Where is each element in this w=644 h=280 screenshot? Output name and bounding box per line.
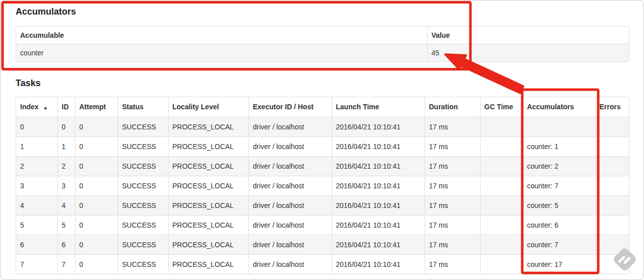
cell-executor: driver / localhost (249, 157, 332, 176)
cell-locality: PROCESS_LOCAL (168, 117, 249, 137)
col-header-attempt[interactable]: Attempt (75, 97, 118, 117)
cell-locality: PROCESS_LOCAL (168, 255, 249, 274)
cell-locality: PROCESS_LOCAL (168, 157, 249, 176)
cell-executor: driver / localhost (249, 216, 332, 235)
cell-gc-time (480, 117, 523, 137)
cell-accumulators: counter: 7 (523, 176, 595, 196)
cell-accumulators: counter: 17 (523, 255, 595, 274)
sort-ascending-icon: ▲ (43, 105, 48, 110)
tasks-section-title: Tasks (16, 78, 629, 89)
cell-value: 45 (427, 44, 629, 62)
cell-gc-time (480, 137, 523, 157)
col-header-status[interactable]: Status (118, 97, 168, 117)
cell-duration: 17 ms (425, 137, 480, 157)
tasks-table: Index▲ ID Attempt Status Locality Level … (16, 97, 629, 274)
cell-id: 5 (57, 216, 75, 235)
cell-status: SUCCESS (118, 157, 168, 176)
cell-duration: 17 ms (425, 196, 480, 216)
col-header-gc-time[interactable]: GC Time (480, 97, 523, 117)
accumulator-row: counter 45 (16, 44, 629, 62)
cell-locality: PROCESS_LOCAL (168, 216, 249, 235)
col-header-locality-level[interactable]: Locality Level (168, 97, 249, 117)
cell-status: SUCCESS (118, 176, 168, 196)
accumulators-section-title: Accumulators (16, 1, 629, 17)
cell-id: 2 (57, 157, 75, 176)
cell-locality: PROCESS_LOCAL (168, 176, 249, 196)
cell-attempt: 0 (75, 117, 118, 137)
cell-gc-time (480, 157, 523, 176)
col-header-value: Value (427, 27, 629, 44)
col-header-launch-time[interactable]: Launch Time (332, 97, 425, 117)
cell-accumulable: counter (16, 44, 427, 62)
cell-id: 1 (57, 137, 75, 157)
cell-executor: driver / localhost (249, 235, 332, 255)
accumulators-table: Accumulable Value counter 45 (16, 26, 629, 62)
cell-attempt: 0 (75, 235, 118, 255)
page-content: Accumulators Accumulable Value counter 4… (1, 1, 643, 274)
cell-errors (595, 235, 629, 255)
cell-accumulators: counter: 1 (523, 137, 595, 157)
cell-errors (595, 216, 629, 235)
cell-errors (595, 117, 629, 137)
cell-gc-time (480, 235, 523, 255)
cell-index: 0 (16, 117, 57, 137)
task-row: 220SUCCESSPROCESS_LOCALdriver / localhos… (16, 157, 629, 176)
cell-attempt: 0 (75, 255, 118, 274)
cell-status: SUCCESS (118, 117, 168, 137)
task-row: 110SUCCESSPROCESS_LOCALdriver / localhos… (16, 137, 629, 157)
cell-id: 6 (57, 235, 75, 255)
cell-accumulators: counter: 2 (523, 157, 595, 176)
cell-index: 1 (16, 137, 57, 157)
col-header-accumulable: Accumulable (16, 27, 427, 44)
cell-gc-time (480, 216, 523, 235)
cell-duration: 17 ms (425, 255, 480, 274)
task-row: 550SUCCESSPROCESS_LOCALdriver / localhos… (16, 216, 629, 235)
cell-errors (595, 196, 629, 216)
cell-gc-time (480, 176, 523, 196)
cell-accumulators: counter: 7 (523, 235, 595, 255)
cell-launch-time: 2016/04/21 10:10:41 (332, 137, 425, 157)
cell-attempt: 0 (75, 176, 118, 196)
cell-launch-time: 2016/04/21 10:10:41 (332, 196, 425, 216)
cell-index: 5 (16, 216, 57, 235)
cell-launch-time: 2016/04/21 10:10:41 (332, 216, 425, 235)
cell-accumulators: counter: 6 (523, 216, 595, 235)
cell-attempt: 0 (75, 157, 118, 176)
tasks-header-row: Index▲ ID Attempt Status Locality Level … (16, 97, 629, 117)
cell-status: SUCCESS (118, 255, 168, 274)
cell-index: 3 (16, 176, 57, 196)
cell-duration: 17 ms (425, 157, 480, 176)
task-row: 660SUCCESSPROCESS_LOCALdriver / localhos… (16, 235, 629, 255)
cell-index: 6 (16, 235, 57, 255)
cell-duration: 17 ms (425, 176, 480, 196)
cell-id: 0 (57, 117, 75, 137)
task-row: 440SUCCESSPROCESS_LOCALdriver / localhos… (16, 196, 629, 216)
col-header-duration[interactable]: Duration (425, 97, 480, 117)
cell-attempt: 0 (75, 196, 118, 216)
cell-executor: driver / localhost (249, 176, 332, 196)
cell-accumulators: counter: 5 (523, 196, 595, 216)
cell-duration: 17 ms (425, 216, 480, 235)
col-header-accumulators[interactable]: Accumulators (523, 97, 595, 117)
cell-duration: 17 ms (425, 117, 480, 137)
col-header-index[interactable]: Index▲ (16, 97, 57, 117)
accumulators-header-row: Accumulable Value (16, 27, 629, 44)
cell-errors (595, 137, 629, 157)
cell-id: 4 (57, 196, 75, 216)
cell-launch-time: 2016/04/21 10:10:41 (332, 117, 425, 137)
col-header-id[interactable]: ID (57, 97, 75, 117)
cell-locality: PROCESS_LOCAL (168, 235, 249, 255)
cell-accumulators (523, 117, 595, 137)
cell-executor: driver / localhost (249, 137, 332, 157)
cell-executor: driver / localhost (249, 255, 332, 274)
task-row: 770SUCCESSPROCESS_LOCALdriver / localhos… (16, 255, 629, 274)
col-header-errors[interactable]: Errors (595, 97, 629, 117)
cell-index: 7 (16, 255, 57, 274)
cell-status: SUCCESS (118, 216, 168, 235)
col-header-executor-id-host[interactable]: Executor ID / Host (249, 97, 332, 117)
task-row: 330SUCCESSPROCESS_LOCALdriver / localhos… (16, 176, 629, 196)
cell-attempt: 0 (75, 216, 118, 235)
cell-launch-time: 2016/04/21 10:10:41 (332, 255, 425, 274)
cell-gc-time (480, 196, 523, 216)
cell-id: 3 (57, 176, 75, 196)
